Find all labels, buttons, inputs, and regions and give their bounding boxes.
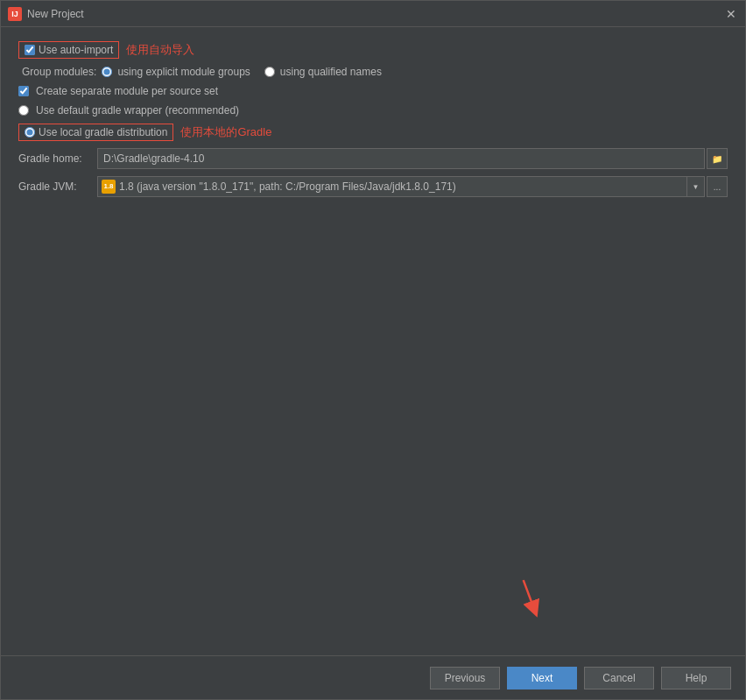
auto-import-label: Use auto-import [39,44,113,56]
auto-import-annotation: 使用自动导入 [126,42,194,58]
gradle-home-row: Gradle home: 📁 [18,148,728,169]
svg-line-0 [524,580,535,609]
auto-import-bordered: Use auto-import [18,41,119,59]
gradle-jvm-dropdown-wrapper: 1.8 1.8 (java version "1.8.0_171", path:… [97,176,728,197]
jvm-icon: 1.8 [102,180,116,194]
previous-button[interactable]: Previous [430,667,500,689]
gradle-wrapper-label: Use default gradle wrapper (recommended) [36,104,239,117]
cancel-button[interactable]: Cancel [584,667,654,689]
dialog-content: Use auto-import 使用自动导入 Group modules: us… [1,27,745,655]
separate-module-label: Create separate module per source set [36,85,218,97]
separate-module-checkbox[interactable] [18,86,29,96]
gradle-wrapper-row: Use default gradle wrapper (recommended) [18,104,728,117]
help-button[interactable]: Help [661,667,731,689]
gradle-jvm-more-button[interactable]: ... [707,176,728,197]
dialog-footer: Previous Next Cancel Help [1,655,745,699]
group-modules-explicit-label: using explicit module groups [117,66,250,78]
group-modules-qualified-label: using qualified names [280,66,382,78]
local-gradle-label: Use local gradle distribution [39,126,167,138]
red-arrow-icon [509,576,552,620]
dialog-title: New Project [27,8,724,20]
arrow-annotation [509,576,561,629]
title-bar: IJ New Project ✕ [1,1,745,27]
gradle-jvm-dropdown-arrow[interactable]: ▼ [687,176,705,197]
gradle-home-label: Gradle home: [18,152,97,165]
separate-module-row: Create separate module per source set [18,85,728,97]
gradle-jvm-label: Gradle JVM: [18,180,97,193]
gradle-home-input[interactable] [97,148,705,169]
auto-import-checkbox[interactable] [25,45,35,55]
local-gradle-bordered: Use local gradle distribution [18,124,173,141]
local-gradle-annotation: 使用本地的Gradle [180,124,271,140]
group-modules-row: Group modules: using explicit module gro… [18,66,728,78]
gradle-jvm-value: 1.8 (java version "1.8.0_171", path: C:/… [119,180,456,193]
next-button[interactable]: Next [507,667,577,689]
gradle-home-browse-button[interactable]: 📁 [707,148,728,169]
group-modules-qualified-radio[interactable] [264,67,275,77]
app-icon: IJ [8,7,22,21]
new-project-dialog: IJ New Project ✕ Use auto-import 使用自动导入 … [0,0,746,700]
gradle-wrapper-radio[interactable] [18,105,29,116]
jvm-select-content: 1.8 1.8 (java version "1.8.0_171", path:… [97,176,687,197]
folder-icon: 📁 [712,154,722,164]
gradle-jvm-row: Gradle JVM: 1.8 1.8 (java version "1.8.0… [18,176,728,197]
group-modules-explicit-radio[interactable] [102,67,112,77]
group-modules-label: Group modules: [22,66,96,78]
auto-import-row: Use auto-import 使用自动导入 [18,41,728,59]
close-button[interactable]: ✕ [724,7,738,21]
local-gradle-radio[interactable] [25,127,35,138]
local-gradle-row: Use local gradle distribution 使用本地的Gradl… [18,124,728,141]
